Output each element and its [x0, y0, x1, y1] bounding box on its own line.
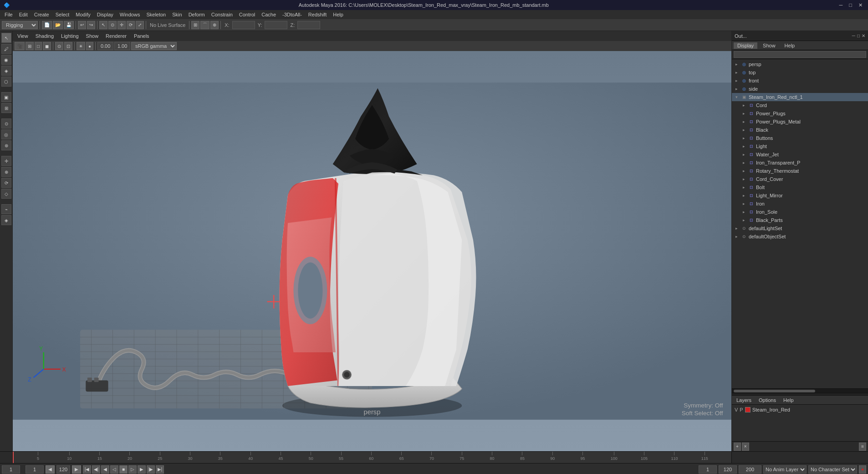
layer-color-swatch[interactable] [745, 407, 751, 412]
play-forward-btn[interactable]: ▷ [128, 465, 137, 474]
viewport-canvas[interactable]: X Y Z persp Symmetry: Off Soft Select: O… [13, 51, 731, 451]
outliner-item-light[interactable]: ▸ ⊡ Light [732, 142, 868, 150]
next-key-btn[interactable]: |▶ [147, 465, 155, 474]
outliner-item-persp[interactable]: ▸ ◎ persp [732, 60, 868, 68]
goto-end-btn[interactable]: ▶| [156, 465, 164, 474]
menu-deform[interactable]: Deform [186, 11, 208, 18]
frame-start-input[interactable] [26, 465, 44, 474]
step-forward-btn[interactable]: ▶ [138, 465, 146, 474]
layer-tab-help[interactable]: Help [781, 397, 797, 403]
layer-delete-btn[interactable]: × [742, 443, 749, 451]
snap-magnet-btn[interactable]: ⊛ [1, 140, 11, 150]
goto-start-btn[interactable]: |◀ [83, 465, 91, 474]
outliner-item-bolt[interactable]: ▸ ⊡ Bolt [732, 183, 868, 191]
minimize-button[interactable]: ─ [837, 2, 845, 8]
scale-btn[interactable]: ⤢ [136, 21, 144, 29]
menu-select[interactable]: Select [53, 11, 72, 18]
prev-key-btn[interactable]: ◀| [92, 465, 100, 474]
select-tool-btn[interactable]: ↖ [99, 21, 107, 29]
outliner-item-iron-sole[interactable]: ▸ ⊡ Iron_Sole [732, 208, 868, 216]
step-back-btn[interactable]: ◀ [101, 465, 109, 474]
menu-cache[interactable]: Cache [259, 11, 279, 18]
save-scene-btn[interactable]: 💾 [64, 21, 74, 29]
viewport-menu-panels[interactable]: Panels [131, 33, 152, 39]
open-scene-btn[interactable]: 📂 [53, 21, 63, 29]
snap-obj-btn[interactable]: ⊙ [1, 118, 11, 129]
menu-file[interactable]: File [2, 11, 15, 18]
snap-point-btn[interactable]: ⊕ [210, 21, 219, 29]
search-input[interactable] [734, 51, 866, 58]
tab-display[interactable]: Display [734, 42, 757, 49]
anim-layer-dropdown[interactable]: No Anim Layer [763, 465, 807, 474]
colorspace-dropdown[interactable]: sRGB gamma [131, 42, 177, 50]
outliner-item-front[interactable]: ▸ ◎ front [732, 77, 868, 85]
menu-create[interactable]: Create [31, 11, 52, 18]
select-mode-btn[interactable]: ↖ [1, 33, 11, 43]
redo-btn[interactable]: ↪ [87, 21, 95, 29]
outliner-item-default-light-set[interactable]: ▸ ⊙ defaultLightSet [732, 224, 868, 232]
menu-help[interactable]: Help [330, 11, 346, 18]
outliner-item-default-object-set[interactable]: ▸ ⊙ defaultObjectSet [732, 232, 868, 241]
tab-help[interactable]: Help [781, 42, 799, 49]
joint-btn[interactable]: ◈ [1, 215, 11, 225]
menu-constrain[interactable]: Constrain [209, 11, 235, 18]
end-frame3-input[interactable] [739, 465, 761, 474]
outliner-item-buttons[interactable]: ▸ ⊡ Buttons [732, 134, 868, 142]
viewport-menu-view[interactable]: View [15, 33, 31, 39]
maximize-button[interactable]: □ [847, 2, 854, 8]
vp-smooth-btn[interactable]: ◼ [43, 42, 51, 50]
viewport-menu-lighting[interactable]: Lighting [58, 33, 82, 39]
sculpt-btn[interactable]: ◉ [1, 55, 11, 65]
range-thumb-left[interactable]: ◀ [46, 465, 55, 474]
vp-isolate-btn[interactable]: ⊙ [55, 42, 63, 50]
gamma-input1[interactable] [97, 42, 113, 50]
channelbox-close[interactable]: ✕ [862, 33, 865, 38]
end-frame2-input[interactable] [719, 465, 737, 474]
mode-dropdown[interactable]: Rigging Animation Modeling [2, 21, 38, 29]
nurbs-btn[interactable]: ⌁ [1, 204, 11, 214]
timeline-ruler[interactable]: 5101520253035404550556065707580859095100… [13, 452, 731, 463]
menu-3dtoall[interactable]: -3DtoAll- [280, 11, 305, 18]
menu-control[interactable]: Control [236, 11, 258, 18]
layer-tab-layers[interactable]: Layers [734, 397, 754, 403]
cluster-btn[interactable]: ◇ [1, 189, 11, 199]
viewport-menu-shading[interactable]: Shading [33, 33, 56, 39]
range-input[interactable] [56, 465, 70, 474]
viewport-menu-renderer[interactable]: Renderer [103, 33, 129, 39]
outliner-hscrollbar[interactable] [732, 388, 868, 393]
move-btn[interactable]: ✛ [117, 21, 126, 29]
z-input[interactable] [297, 21, 320, 29]
gamma-input2[interactable] [114, 42, 130, 50]
layer-options-btn[interactable]: ≡ [859, 443, 866, 451]
rotate-btn[interactable]: ⟳ [127, 21, 135, 29]
outliner-item-top[interactable]: ▸ ◎ top [732, 68, 868, 77]
vp-grid-btn[interactable]: ⊞ [26, 42, 34, 50]
undo-btn[interactable]: ↩ [78, 21, 86, 29]
outliner-item-steam-iron-group[interactable]: ▾ ▣ Steam_Iron_Red_nctl_1 [732, 93, 868, 101]
layer-tab-options[interactable]: Options [756, 397, 779, 403]
snap-live-btn[interactable]: ◎ [1, 129, 11, 139]
soft-mod-btn[interactable]: ⟳ [1, 178, 11, 188]
menu-edit[interactable]: Edit [16, 11, 31, 18]
channelbox-restore[interactable]: □ [857, 33, 860, 38]
vp-frame-btn[interactable]: ⊡ [64, 42, 72, 50]
char-set-dropdown[interactable]: No Character Set [808, 465, 857, 474]
outliner-item-cord-cover[interactable]: ▸ ⊡ Cord_Cover [732, 175, 868, 183]
outliner-item-light-mirror[interactable]: ▸ ⊡ Light_Mirror [732, 191, 868, 200]
menu-skin[interactable]: Skin [169, 11, 184, 18]
outliner-item-black-parts[interactable]: ▸ ⊡ Black_Parts [732, 216, 868, 224]
outliner-item-water-jet[interactable]: ▸ ⊡ Water_Jet [732, 150, 868, 159]
x-input[interactable] [232, 21, 255, 29]
y-input[interactable] [265, 21, 287, 29]
play-back-btn[interactable]: ◁ [110, 465, 118, 474]
vp-lighting-btn[interactable]: ☀ [77, 42, 85, 50]
pivot-btn[interactable]: ⊕ [1, 167, 11, 177]
outliner-item-rotary-thermostat[interactable]: ▸ ⊡ Rotary_Thermostat [732, 167, 868, 175]
render-btn[interactable]: ▣ [1, 92, 11, 102]
outliner-item-side[interactable]: ▸ ◎ side [732, 85, 868, 93]
outliner-tree[interactable]: ▸ ◎ persp ▸ ◎ top ▸ ◎ front ▸ ◎ side [732, 59, 868, 388]
outliner-item-black[interactable]: ▸ ⊡ Black [732, 126, 868, 134]
stop-btn[interactable]: ■ [119, 465, 128, 474]
tab-show[interactable]: Show [759, 42, 779, 49]
current-frame-input[interactable] [2, 465, 20, 474]
